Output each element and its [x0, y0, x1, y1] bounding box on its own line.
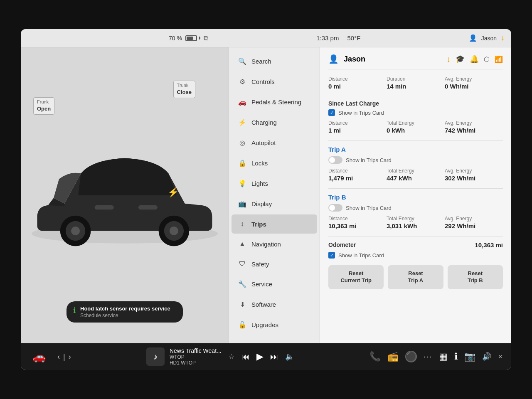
- since-last-charge-checkbox[interactable]: [328, 109, 335, 116]
- profile-header: 👤 Jason ↓ 🎓 🔔 ⬡ 📶: [328, 54, 503, 69]
- car-svg: ⚡: [21, 47, 229, 343]
- reset-trip-b-label: ResetTrip B: [468, 270, 483, 283]
- mute-x-icon[interactable]: ✕: [498, 353, 503, 360]
- menu-icon-locks: 🔒: [238, 159, 246, 167]
- reset-trip-b-button[interactable]: ResetTrip B: [448, 265, 503, 289]
- menu-label-search: Search: [251, 58, 271, 65]
- menu-item-lights[interactable]: 💡 Lights: [232, 174, 317, 193]
- volume-icon[interactable]: 🔊: [482, 352, 491, 361]
- current-distance-label: Distance: [328, 76, 387, 82]
- menu-item-controls[interactable]: ⚙ Controls: [232, 72, 317, 91]
- profile-name: Jason: [344, 55, 441, 64]
- since-last-charge-toggle[interactable]: Show in Trips Card: [328, 109, 503, 116]
- prev-icon[interactable]: ⏮: [241, 352, 250, 362]
- trip-a-section: Trip A Show in Trips Card Distance 1,479…: [328, 146, 503, 182]
- menu-icon-lights: 💡: [238, 180, 246, 187]
- dots-icon[interactable]: ···: [424, 352, 432, 361]
- menu-icon-display: 📺: [238, 200, 246, 208]
- svg-rect-9: [138, 205, 158, 210]
- reset-trip-a-label: ResetTrip A: [408, 270, 423, 283]
- menu-item-upgrades[interactable]: 🔓 Upgrades: [232, 315, 317, 335]
- menu-item-search[interactable]: 🔍 Search: [232, 52, 317, 71]
- signal-icon: 📶: [495, 55, 503, 63]
- trip-a-toggle[interactable]: Show in Trips Card: [328, 156, 503, 164]
- cam-icon[interactable]: 📷: [464, 351, 475, 362]
- menu-item-safety[interactable]: 🛡 Safety: [232, 254, 317, 273]
- divider-1: [328, 95, 503, 95]
- since-last-charge-title: Since Last Charge: [328, 100, 503, 107]
- status-bar: 70 % ⧉ 1:33 pm 50°F 👤 Jason ↓: [21, 29, 511, 47]
- car-icon[interactable]: 🚗: [29, 349, 49, 365]
- current-duration-label: Duration: [387, 76, 445, 82]
- trip-b-toggle[interactable]: Show in Trips Card: [328, 204, 503, 212]
- menu-item-charging[interactable]: ⚡ Charging: [232, 113, 317, 132]
- current-avg-energy-value: 0 Wh/mi: [445, 83, 503, 90]
- trip-a-total-energy: Total Energy 447 kWh: [387, 168, 445, 182]
- trip-b-title: Trip B: [328, 194, 503, 201]
- star-icon[interactable]: ☆: [228, 352, 235, 361]
- status-username: Jason: [481, 35, 497, 42]
- odometer-row: Odometer 10,363 mi: [328, 241, 503, 249]
- trip-a-total-energy-value: 447 kWh: [387, 175, 445, 182]
- reset-buttons: ResetCurrent Trip ResetTrip A ResetTrip …: [328, 265, 503, 289]
- menu-label-pedals: Pedals & Steering: [251, 99, 301, 106]
- trip-b-avg-energy-value: 292 Wh/mi: [445, 222, 503, 229]
- menu-icon-safety: 🛡: [238, 260, 246, 268]
- next-icon[interactable]: ⏭: [270, 352, 278, 362]
- menu-item-locks[interactable]: 🔒 Locks: [232, 153, 317, 173]
- bell-icon[interactable]: 🔔: [470, 54, 479, 64]
- menu-item-display[interactable]: 📺 Display: [232, 194, 317, 214]
- svg-point-7: [170, 227, 178, 235]
- menu-icon-controls: ⚙: [238, 78, 246, 86]
- status-center: 1:33 pm 50°F: [208, 34, 469, 42]
- menu-item-autopilot[interactable]: ◎ Autopilot: [232, 133, 317, 153]
- bluetooth-icon[interactable]: ⬡: [484, 55, 490, 63]
- trip-b-total-energy-label: Total Energy: [387, 216, 445, 222]
- trip-b-toggle-switch[interactable]: [328, 204, 342, 212]
- menu-icon-trips: ↕: [238, 220, 246, 228]
- slc-avg-energy-label: Avg. Energy: [445, 120, 503, 126]
- odometer-checkbox[interactable]: [328, 252, 335, 259]
- alert-box[interactable]: ℹ Hood latch sensor requires service Sch…: [66, 301, 183, 323]
- trip-a-toggle-switch[interactable]: [328, 156, 342, 164]
- menu-label-lights: Lights: [251, 180, 268, 187]
- nav-bar-icon: |: [63, 352, 65, 361]
- menu-icon-upgrades: 🔓: [238, 321, 246, 329]
- trip-a-title: Trip A: [328, 146, 503, 153]
- reset-trip-a-button[interactable]: ResetTrip A: [388, 265, 443, 289]
- grid-icon[interactable]: ▦: [439, 351, 448, 362]
- slc-distance-label: Distance: [328, 120, 387, 126]
- odometer-label: Odometer: [328, 241, 356, 248]
- status-right: 👤 Jason ↓: [469, 34, 505, 42]
- phone-icon[interactable]: 📞: [369, 351, 381, 362]
- speaker-icon[interactable]: 🔈: [285, 352, 294, 361]
- play-icon[interactable]: ▶: [256, 351, 264, 362]
- odometer-section: Odometer 10,363 mi Show in Trips Card: [328, 241, 503, 259]
- menu-item-navigation[interactable]: ▲ Navigation: [232, 234, 317, 254]
- reset-current-trip-button[interactable]: ResetCurrent Trip: [328, 265, 384, 289]
- menu-icon-service: 🔧: [238, 280, 246, 288]
- header-download-icon[interactable]: ↓: [446, 54, 451, 64]
- slc-total-energy: Total Energy 0 kWh: [387, 120, 445, 134]
- info-icon[interactable]: ℹ: [454, 351, 458, 362]
- menu-item-service[interactable]: 🔧 Service: [232, 274, 317, 294]
- menu-icon-pedals: 🚗: [238, 98, 246, 106]
- menu-item-trips[interactable]: ↕ Trips: [232, 214, 317, 234]
- odometer-toggle-label: Show in Trips Card: [338, 252, 384, 259]
- current-avg-energy: Avg. Energy 0 Wh/mi: [445, 76, 503, 90]
- odometer-toggle[interactable]: Show in Trips Card: [328, 252, 503, 259]
- menu-item-pedals[interactable]: 🚗 Pedals & Steering: [232, 92, 317, 112]
- menu-icon-navigation: ▲: [238, 240, 246, 248]
- menu-item-software[interactable]: ⬇ Software: [232, 295, 317, 314]
- slc-distance: Distance 1 mi: [328, 120, 387, 134]
- radio-icon[interactable]: 📻: [387, 351, 399, 362]
- car-panel: Frunk Open Trunk Close ⚡: [21, 47, 229, 343]
- circle-icon[interactable]: ⚫: [405, 351, 417, 362]
- slc-distance-value: 1 mi: [328, 127, 387, 134]
- nav-right-icon[interactable]: ›: [69, 352, 71, 361]
- alert-content: Hood latch sensor requires service Sched…: [80, 305, 170, 318]
- trip-b-avg-energy: Avg. Energy 292 Wh/mi: [445, 216, 503, 229]
- menu-icon-charging: ⚡: [238, 118, 246, 126]
- since-last-charge-section: Since Last Charge Show in Trips Card Dis…: [328, 100, 503, 134]
- nav-left-icon[interactable]: ‹: [57, 352, 60, 361]
